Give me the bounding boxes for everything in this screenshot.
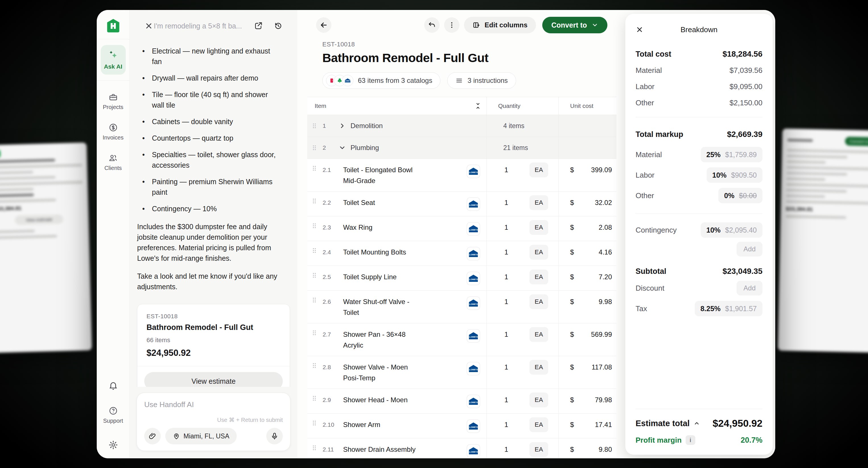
unit-cost-value[interactable]: 9.98 [598, 296, 612, 307]
drag-handle-icon[interactable] [311, 329, 319, 337]
handoff-logo-icon[interactable] [105, 18, 121, 33]
table-row[interactable]: 2.11 Shower Drain Assembly LOWE'S 1 EA $… [307, 438, 617, 458]
table-row[interactable]: 2.2 Toilet Seat LOWE'S 1 EA $ 32.02 [307, 192, 617, 216]
back-button[interactable] [316, 18, 332, 33]
estimate-total-toggle[interactable]: Estimate total [636, 419, 701, 428]
lowes-vendor-icon[interactable]: LOWE'S [467, 197, 480, 211]
drag-handle-icon[interactable] [311, 296, 319, 304]
drag-handle-icon[interactable] [311, 222, 319, 229]
info-icon[interactable]: i [686, 435, 695, 445]
collapse-all-icon[interactable] [474, 103, 482, 109]
lowes-vendor-icon[interactable]: LOWE'S [467, 362, 480, 376]
lowes-vendor-icon[interactable]: LOWE'S [467, 329, 480, 343]
quantity-value[interactable]: 1 [504, 444, 508, 455]
unit-cost-value[interactable]: 117.08 [591, 362, 612, 373]
unit-cost-value[interactable]: 32.02 [595, 197, 612, 208]
unit-chip[interactable]: EA [529, 220, 548, 235]
convert-to-button[interactable]: Convert to [542, 17, 608, 33]
lowes-vendor-icon[interactable]: LOWE'S [467, 222, 480, 236]
attach-button[interactable] [144, 428, 161, 444]
unit-chip[interactable]: EA [529, 442, 548, 457]
table-row[interactable]: 2.8 Shower Valve - Moen Posi-Temp LOWE'S… [307, 356, 617, 389]
close-icon[interactable] [145, 22, 153, 30]
table-group-row[interactable]: 1 Demolition 4 items [307, 115, 617, 137]
unit-chip[interactable]: EA [529, 327, 548, 342]
markup-chip[interactable]: 10% $909.50 [707, 167, 763, 183]
quantity-value[interactable]: 1 [504, 362, 508, 373]
drag-handle-icon[interactable] [311, 165, 319, 172]
quantity-value[interactable]: 1 [504, 165, 508, 175]
add-contingency-button[interactable]: Add [737, 242, 763, 257]
unit-cost-value[interactable]: 9.80 [598, 444, 612, 455]
drag-handle-icon[interactable] [311, 271, 319, 279]
unit-chip[interactable]: EA [529, 294, 548, 309]
ai-composer[interactable]: Use Handoff AI Use ⌘ + Return to submit … [136, 392, 290, 451]
lowes-vendor-icon[interactable]: LOWE'S [467, 165, 480, 178]
edit-columns-button[interactable]: Edit columns [464, 17, 536, 33]
unit-cost-value[interactable]: 569.99 [591, 329, 612, 340]
drag-handle-icon[interactable] [311, 362, 319, 369]
unit-cost-value[interactable]: 2.08 [598, 222, 612, 233]
unit-chip[interactable]: EA [529, 270, 548, 284]
drag-handle-icon[interactable] [311, 197, 319, 205]
drag-handle-icon[interactable] [311, 122, 319, 129]
drag-handle-icon[interactable] [311, 247, 319, 254]
chat-title[interactable]: I'm remodeling a 5×8 ft ba... [153, 22, 243, 30]
instructions-badge[interactable]: 3 instructions [447, 72, 516, 89]
unit-cost-value[interactable]: 399.09 [591, 165, 612, 175]
unit-chip[interactable]: EA [529, 392, 548, 407]
sidebar-item-clients[interactable]: Clients [104, 153, 122, 171]
notifications-bell-icon[interactable] [108, 381, 118, 390]
unit-chip[interactable]: EA [529, 417, 548, 432]
table-row[interactable]: 2.1 Toilet - Elongated Bowl Mid-Grade LO… [307, 159, 617, 192]
undo-button[interactable] [424, 18, 439, 33]
drag-handle-icon[interactable] [311, 144, 319, 151]
quantity-value[interactable]: 1 [504, 222, 508, 233]
unit-chip[interactable]: EA [529, 195, 548, 210]
settings-gear-icon[interactable] [108, 440, 118, 450]
table-row[interactable]: 2.3 Wax Ring LOWE'S 1 EA $ 2.08 [307, 216, 617, 241]
tax-chip[interactable]: 8.25% $1,901.57 [695, 301, 763, 316]
table-row[interactable]: 2.7 Shower Pan - 36×48 Acrylic LOWE'S 1 … [307, 323, 617, 356]
quantity-value[interactable]: 1 [504, 247, 508, 258]
lowes-vendor-icon[interactable]: LOWE'S [467, 296, 480, 310]
history-icon[interactable] [274, 22, 282, 30]
drag-handle-icon[interactable] [311, 394, 319, 402]
quantity-value[interactable]: 1 [504, 329, 508, 340]
sidebar-item-projects[interactable]: Projects [103, 92, 123, 111]
add-discount-button[interactable]: Add [737, 281, 763, 295]
drag-handle-icon[interactable] [311, 419, 319, 427]
catalogs-badge[interactable]: LOWE'S 63 items from 3 catalogs [322, 72, 440, 89]
lowes-vendor-icon[interactable]: LOWE'S [467, 247, 480, 261]
lowes-vendor-icon[interactable]: LOWE'S [467, 271, 480, 285]
quantity-value[interactable]: 1 [504, 197, 508, 208]
table-row[interactable]: 2.10 Shower Arm LOWE'S 1 EA $ 17.41 [307, 414, 617, 438]
quantity-value[interactable]: 1 [504, 271, 508, 283]
table-row[interactable]: 2.6 Water Shut-off Valve - Toilet LOWE'S… [307, 291, 617, 323]
lowes-vendor-icon[interactable]: LOWE'S [467, 394, 480, 408]
mic-button[interactable] [266, 428, 283, 444]
unit-chip[interactable]: EA [529, 360, 548, 375]
table-row[interactable]: 2.9 Shower Head - Moen LOWE'S 1 EA $ 79.… [307, 389, 617, 414]
more-options-button[interactable] [444, 18, 460, 33]
quantity-value[interactable]: 1 [504, 296, 508, 307]
location-chip[interactable]: Miami, FL, USA [165, 428, 237, 444]
sidebar-item-support[interactable]: Support [103, 406, 123, 424]
unit-chip[interactable]: EA [529, 245, 548, 260]
unit-cost-value[interactable]: 17.41 [595, 419, 612, 430]
markup-chip[interactable]: 25% $1,759.89 [701, 147, 763, 162]
sidebar-item-ask-ai[interactable]: Ask AI [101, 45, 126, 75]
table-row[interactable]: 2.5 Toilet Supply Line LOWE'S 1 EA $ 7.2… [307, 266, 617, 291]
unit-cost-value[interactable]: 4.16 [598, 247, 612, 258]
composer-placeholder[interactable]: Use Handoff AI [144, 400, 283, 409]
new-chat-icon[interactable] [254, 22, 262, 30]
lowes-vendor-icon[interactable]: LOWE'S [467, 419, 480, 433]
quantity-value[interactable]: 1 [504, 394, 508, 405]
expand-chevron-icon[interactable] [339, 144, 346, 151]
table-group-row[interactable]: 2 Plumbing 21 items [307, 137, 617, 159]
contingency-chip[interactable]: 10% $2,095.40 [701, 222, 763, 238]
sidebar-item-invoices[interactable]: Invoices [103, 123, 123, 141]
table-row[interactable]: 2.4 Toilet Mounting Bolts LOWE'S 1 EA $ … [307, 241, 617, 266]
unit-cost-value[interactable]: 7.20 [598, 271, 612, 283]
view-estimate-button[interactable]: View estimate [144, 372, 283, 387]
